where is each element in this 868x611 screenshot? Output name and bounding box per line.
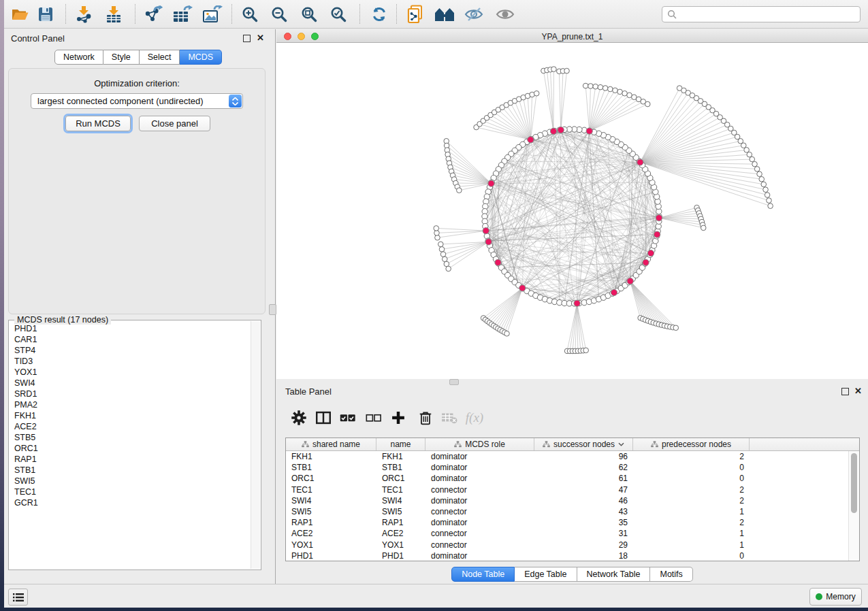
mcds-node-item[interactable]: TID3	[10, 356, 250, 367]
close-panel-button[interactable]: Close panel	[139, 116, 210, 131]
cell-name[interactable]: TEC1	[376, 484, 425, 495]
mcds-node-item[interactable]: ACE2	[10, 421, 250, 432]
graph-leaf-node[interactable]	[750, 156, 755, 162]
table-panel-close-button[interactable]: ✕	[854, 387, 862, 395]
graph-leaf-node[interactable]	[435, 235, 440, 240]
mcds-list-scrollbar[interactable]	[251, 321, 260, 569]
graph-leaf-node[interactable]	[757, 171, 762, 177]
control-panel-float-button[interactable]	[243, 35, 251, 42]
network-graph[interactable]	[276, 43, 868, 379]
run-mcds-button[interactable]: Run MCDS	[65, 116, 131, 131]
tab-network[interactable]: Network	[54, 50, 103, 65]
hide-graphics-details-button[interactable]	[462, 4, 485, 24]
cell-successor-nodes[interactable]: 35	[534, 517, 633, 528]
cell-MCDS-role[interactable]: connector	[425, 540, 534, 550]
export-network-button[interactable]	[142, 4, 165, 24]
cell-name[interactable]: STB1	[376, 462, 425, 473]
graph-hub-node[interactable]	[627, 278, 633, 284]
cell-shared-name[interactable]: FKH1	[286, 451, 376, 462]
graph-hub-node[interactable]	[611, 289, 617, 295]
table-row[interactable]: PHD1PHD1dominator180	[286, 550, 859, 561]
graph-leaf-node[interactable]	[613, 88, 618, 93]
cell-name[interactable]: SWI4	[376, 495, 425, 506]
mcds-result-list[interactable]: PHD1CAR1STP4TID3YOX1SWI4SRD1PMA2FKH1ACE2…	[10, 323, 250, 568]
mcds-node-item[interactable]: YOX1	[10, 367, 250, 378]
mcds-node-item[interactable]: STB5	[10, 432, 250, 443]
cell-successor-nodes[interactable]: 18	[534, 550, 633, 561]
cell-shared-name[interactable]: RAP1	[286, 517, 376, 528]
tab-select[interactable]: Select	[140, 50, 180, 65]
column-header-predecessor-nodes[interactable]: predecessor nodes	[633, 438, 750, 450]
table-scrollbar-thumb[interactable]	[851, 453, 857, 513]
graph-leaf-node[interactable]	[768, 203, 773, 209]
mcds-node-item[interactable]: GCR1	[10, 497, 250, 508]
graph-hub-node[interactable]	[637, 159, 643, 165]
zoom-fit-button[interactable]	[298, 4, 321, 24]
cell-shared-name[interactable]: YOX1	[286, 540, 376, 550]
graph-hub-node[interactable]	[550, 128, 556, 134]
zoom-in-button[interactable]	[238, 4, 261, 24]
graph-leaf-node[interactable]	[701, 225, 706, 231]
tab-style[interactable]: Style	[103, 50, 140, 65]
network-canvas[interactable]	[276, 43, 868, 379]
cell-successor-nodes[interactable]: 47	[534, 484, 633, 495]
binoculars-button[interactable]	[433, 4, 456, 24]
table-row[interactable]: ACE2ACE2connector311	[286, 528, 859, 539]
network-from-selection-button[interactable]	[404, 4, 428, 24]
graph-leaf-node[interactable]	[442, 257, 447, 262]
graph-leaf-node[interactable]	[551, 67, 557, 72]
graph-leaf-node[interactable]	[754, 167, 760, 172]
cell-predecessor-nodes[interactable]: 0	[633, 462, 750, 473]
show-columns-button[interactable]	[313, 408, 334, 427]
network-window-titlebar[interactable]: YPA_prune.txt_1	[276, 30, 868, 43]
graph-leaf-node[interactable]	[434, 226, 439, 231]
horizontal-splitter-handle[interactable]	[449, 379, 459, 385]
graph-hub-node[interactable]	[519, 285, 526, 291]
graph-leaf-node[interactable]	[439, 247, 445, 252]
cell-successor-nodes[interactable]: 46	[534, 495, 633, 506]
graph-hub-node[interactable]	[485, 239, 492, 245]
cell-MCDS-role[interactable]: connector	[425, 484, 534, 495]
delete-table-button[interactable]	[439, 408, 460, 427]
table-scrollbar[interactable]	[848, 451, 859, 561]
cell-predecessor-nodes[interactable]: 2	[633, 484, 750, 495]
vertical-splitter-handle[interactable]	[269, 304, 276, 315]
node-table[interactable]: shared namenameMCDS rolesuccessor nodesp…	[285, 437, 860, 561]
cell-successor-nodes[interactable]: 62	[534, 462, 633, 473]
graph-leaf-node[interactable]	[744, 148, 750, 153]
graph-leaf-node[interactable]	[583, 348, 589, 353]
graph-leaf-node[interactable]	[444, 261, 449, 267]
mcds-node-item[interactable]: SWI4	[10, 378, 250, 389]
tab-node-table[interactable]: Node Table	[451, 567, 515, 582]
cell-shared-name[interactable]: ACE2	[286, 528, 376, 539]
cell-predecessor-nodes[interactable]: 0	[633, 473, 750, 484]
cell-successor-nodes[interactable]: 31	[534, 528, 633, 539]
table-row[interactable]: FKH1FKH1dominator962	[286, 451, 859, 462]
graph-hub-node[interactable]	[488, 180, 494, 186]
cell-shared-name[interactable]: ORC1	[286, 473, 376, 484]
graph-leaf-node[interactable]	[583, 83, 588, 88]
graph-leaf-node[interactable]	[534, 90, 539, 96]
graph-leaf-node[interactable]	[564, 68, 570, 73]
import-table-button[interactable]	[102, 4, 125, 24]
tab-edge-table[interactable]: Edge Table	[515, 567, 577, 582]
cell-name[interactable]: ACE2	[376, 528, 425, 539]
cell-predecessor-nodes[interactable]: 1	[633, 540, 750, 550]
graph-leaf-node[interactable]	[752, 161, 758, 167]
import-network-button[interactable]	[72, 4, 95, 24]
save-session-button[interactable]	[34, 4, 57, 24]
table-settings-button[interactable]	[289, 408, 309, 427]
control-panel-close-button[interactable]: ✕	[257, 34, 264, 42]
select-all-button[interactable]	[338, 408, 358, 427]
mcds-node-item[interactable]: SWI5	[10, 476, 250, 486]
cell-predecessor-nodes[interactable]: 1	[633, 506, 750, 517]
graph-leaf-node[interactable]	[598, 84, 603, 90]
mcds-node-item[interactable]: FKH1	[10, 410, 250, 421]
search-input[interactable]	[662, 6, 861, 22]
mcds-node-item[interactable]: CAR1	[10, 334, 250, 345]
graph-leaf-node[interactable]	[763, 187, 769, 193]
cell-predecessor-nodes[interactable]: 2	[633, 451, 750, 462]
graph-leaf-node[interactable]	[617, 89, 623, 95]
table-row[interactable]: STB1STB1dominator620	[286, 462, 859, 473]
table-row[interactable]: YOX1YOX1connector291	[286, 540, 859, 550]
